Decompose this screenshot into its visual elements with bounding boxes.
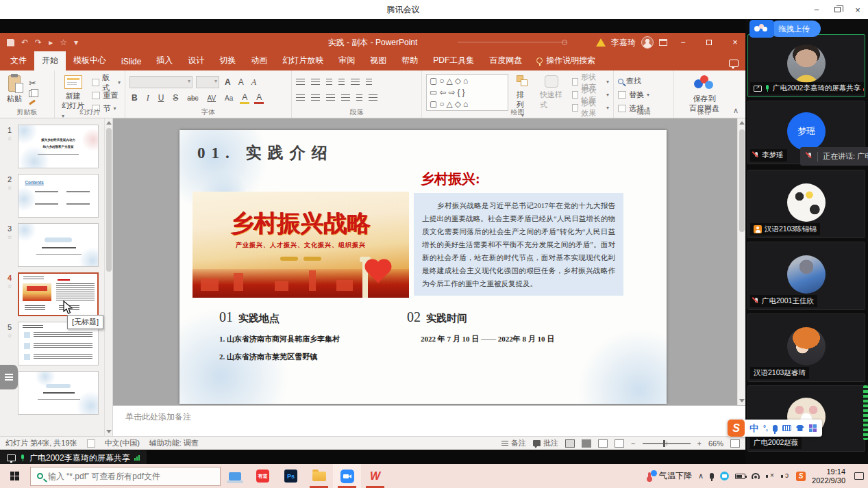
smartart-icon[interactable] <box>369 94 377 101</box>
columns-icon[interactable] <box>356 94 362 101</box>
input-mode-chinese[interactable]: 中 <box>749 422 758 435</box>
accessibility-status[interactable]: 辅助功能: 调查 <box>149 438 199 448</box>
taskbar-search[interactable] <box>30 467 221 486</box>
reset-button[interactable]: 重置 <box>92 90 121 101</box>
zoom-slider[interactable] <box>643 443 691 444</box>
maximize-button[interactable] <box>827 0 847 19</box>
tab-review[interactable]: 审阅 <box>331 51 362 70</box>
practice-time-header[interactable]: 02实践时间 <box>407 309 467 325</box>
line-spacing-icon[interactable] <box>351 79 360 86</box>
tab-file[interactable]: 文件 <box>3 51 34 70</box>
meeting-side-toolbar-handle[interactable] <box>0 365 18 389</box>
layout-button[interactable]: 版式▾ <box>92 77 121 88</box>
format-painter-icon[interactable] <box>29 99 36 105</box>
ppt-restore-button[interactable] <box>699 33 719 52</box>
canvas-scrollbar[interactable] <box>737 118 745 405</box>
taskbar-item-photoshop[interactable]: Ps <box>277 464 305 488</box>
increase-indent-icon[interactable] <box>338 79 345 86</box>
thumbnail-slide-3[interactable] <box>18 223 99 267</box>
video-tile[interactable]: 广电2002赵薇 <box>747 385 865 452</box>
tab-animations[interactable]: 动画 <box>243 51 275 70</box>
strikethrough-button[interactable]: S <box>171 93 180 103</box>
zoom-level[interactable]: 66% <box>708 439 723 448</box>
search-input[interactable] <box>48 472 199 481</box>
bold-button[interactable]: B <box>129 93 140 103</box>
tray-meeting-icon[interactable] <box>720 472 729 480</box>
font-size-combobox[interactable] <box>196 76 219 88</box>
slideshow-icon[interactable]: ▸ <box>49 38 53 47</box>
favorite-icon[interactable]: ☆ <box>60 38 67 47</box>
scroll-up-icon[interactable] <box>739 121 745 125</box>
replace-button[interactable]: 替换▾ <box>618 89 669 101</box>
weather-widget[interactable]: 气温下降 <box>648 470 692 482</box>
scrollbar-thumb[interactable] <box>739 129 745 232</box>
skin-icon[interactable] <box>796 425 804 431</box>
location-line-1[interactable]: 1. 山东省济南市商河县韩庙乡李集村 <box>219 334 340 344</box>
thumbnail-slide-1[interactable]: 振兴乡村经济发展内动力 助力乡村致富产业发展 <box>18 125 99 168</box>
thumbnail-slide-6[interactable] <box>18 371 99 415</box>
save-icon[interactable] <box>7 39 14 47</box>
align-center-icon[interactable] <box>311 94 320 101</box>
clock[interactable]: 19:14 2022/9/30 <box>812 467 845 485</box>
justify-icon[interactable] <box>341 94 350 101</box>
hidden-icons-chevron[interactable]: ∧ <box>698 472 704 480</box>
thumbnail-item-6[interactable]: 6☆ <box>3 371 111 415</box>
practice-location-header[interactable]: 01实践地点 <box>219 309 280 325</box>
zoom-in-button[interactable]: + <box>697 439 702 448</box>
zoom-slider-handle[interactable] <box>663 440 665 447</box>
tab-pdf-tools[interactable]: PDF工具集 <box>425 51 482 70</box>
language-indicator[interactable]: 中文(中国) <box>105 438 140 448</box>
undo-icon[interactable]: ↶ <box>21 38 28 47</box>
thumbnail-item-3[interactable]: 3☆ <box>3 223 111 267</box>
sogou-tray-icon[interactable]: S <box>796 472 806 481</box>
grow-font-icon[interactable]: A <box>223 77 233 87</box>
notes-toggle[interactable]: 备注 <box>501 438 526 448</box>
text-direction-icon[interactable] <box>366 79 372 86</box>
thumbnail-slide-4-selected[interactable] <box>18 272 99 316</box>
find-button[interactable]: 查找 <box>618 75 669 87</box>
tray-mic-icon[interactable] <box>710 473 714 479</box>
decrease-indent-icon[interactable] <box>326 79 332 86</box>
time-range[interactable]: 2022 年 7 月 10 日 —— 2022年 8 月 10 日 <box>421 334 554 344</box>
current-slide[interactable]: 01. 实践介绍 乡村振兴战略 产业振兴、人才振兴、文化振兴、组织振兴 乡村振兴… <box>179 130 667 404</box>
tab-baidu-netdisk[interactable]: 百度网盘 <box>482 51 530 70</box>
cut-icon[interactable]: ✂ <box>29 78 36 88</box>
slide-heading[interactable]: 乡村振兴: <box>421 170 480 188</box>
ppt-minimize-button[interactable]: − <box>673 33 693 52</box>
notification-center-icon[interactable] <box>854 472 864 480</box>
thumbnail-scrollbar[interactable] <box>104 118 112 436</box>
zoom-out-button[interactable]: − <box>631 439 635 448</box>
italic-button[interactable]: I <box>145 93 151 103</box>
shapes-gallery[interactable]: ▢○△◇⌂ ▭⇦⇨{} ▢○△◇⌂ <box>426 74 508 111</box>
sogou-input-toolbar[interactable]: S 中 °, <box>728 420 822 437</box>
location-line-2[interactable]: 2. 山东省济南市莱芜区雪野镇 <box>219 352 317 362</box>
video-tile[interactable]: 汉语2103陈锦锦 <box>747 170 865 238</box>
tab-template-center[interactable]: 模板中心 <box>66 51 114 70</box>
start-button[interactable] <box>0 464 30 488</box>
thumbnail-item-1[interactable]: 1☆ 振兴乡村经济发展内动力 助力乡村致富产业发展 <box>3 125 111 168</box>
sogou-logo-icon[interactable]: S <box>728 420 745 437</box>
close-button[interactable]: × <box>847 0 868 19</box>
comments-icon[interactable] <box>729 60 739 67</box>
reading-view-button[interactable] <box>598 439 608 448</box>
tab-transitions[interactable]: 切换 <box>212 51 243 70</box>
account-avatar[interactable] <box>641 36 654 49</box>
volume-muted-icon[interactable] <box>766 473 775 480</box>
tab-insert[interactable]: 插入 <box>149 51 180 70</box>
shadow-button[interactable]: abc <box>185 94 200 102</box>
redo-icon[interactable]: ↷ <box>35 38 42 47</box>
slide-title[interactable]: 01. 实践介绍 <box>197 142 334 164</box>
quick-styles-button[interactable]: 快速样式 <box>537 74 567 112</box>
wifi-icon[interactable] <box>752 473 760 479</box>
char-spacing-button[interactable]: AV <box>205 94 218 102</box>
drag-upload-button[interactable]: 拖拽上传 <box>749 20 821 38</box>
soft-keyboard-icon[interactable] <box>782 425 791 431</box>
taskbar-item-youdao[interactable]: 有道 <box>249 464 277 488</box>
tell-me-search[interactable]: 操作说明搜索 <box>530 51 602 70</box>
underline-button[interactable]: U <box>156 93 166 103</box>
tab-home[interactable]: 开始 <box>34 51 66 70</box>
align-right-icon[interactable] <box>326 94 335 101</box>
toolbox-icon[interactable] <box>809 424 817 432</box>
taskbar-item-computer[interactable] <box>221 464 249 488</box>
ribbon-display-options-icon[interactable] <box>659 39 667 46</box>
